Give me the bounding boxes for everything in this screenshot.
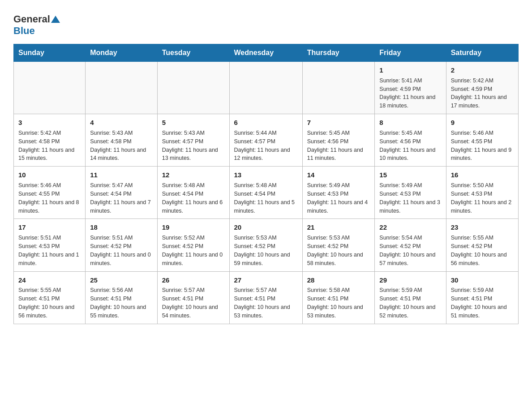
day-number: 3 xyxy=(18,118,81,128)
day-number: 16 xyxy=(451,170,514,180)
day-info: Sunrise: 5:58 AMSunset: 4:51 PMDaylight:… xyxy=(307,287,363,319)
calendar-cell: 11Sunrise: 5:47 AMSunset: 4:54 PMDayligh… xyxy=(86,167,157,219)
day-number: 24 xyxy=(18,275,81,285)
weekday-header-tuesday: Tuesday xyxy=(157,44,229,62)
day-number: 4 xyxy=(90,118,152,128)
day-number: 23 xyxy=(451,223,514,232)
calendar-cell: 14Sunrise: 5:49 AMSunset: 4:53 PMDayligh… xyxy=(302,167,375,219)
calendar-week-row: 17Sunrise: 5:51 AMSunset: 4:53 PMDayligh… xyxy=(14,219,519,271)
day-info: Sunrise: 5:43 AMSunset: 4:57 PMDaylight:… xyxy=(162,130,218,162)
day-number: 20 xyxy=(234,223,298,232)
day-info: Sunrise: 5:47 AMSunset: 4:54 PMDaylight:… xyxy=(90,182,151,214)
day-info: Sunrise: 5:46 AMSunset: 4:55 PMDaylight:… xyxy=(18,182,79,214)
day-number: 7 xyxy=(307,118,370,128)
calendar-cell xyxy=(86,62,157,114)
day-info: Sunrise: 5:45 AMSunset: 4:56 PMDaylight:… xyxy=(307,130,363,162)
calendar-cell: 19Sunrise: 5:52 AMSunset: 4:52 PMDayligh… xyxy=(157,219,229,271)
weekday-header-sunday: Sunday xyxy=(14,44,86,62)
logo-blue-text: Blue xyxy=(13,25,35,36)
weekday-header-wednesday: Wednesday xyxy=(229,44,302,62)
day-number: 8 xyxy=(379,118,441,128)
logo-general-text: General xyxy=(13,13,50,25)
calendar-body: 1Sunrise: 5:41 AMSunset: 4:59 PMDaylight… xyxy=(14,62,519,324)
calendar-cell: 7Sunrise: 5:45 AMSunset: 4:56 PMDaylight… xyxy=(302,114,375,167)
day-number: 18 xyxy=(90,223,152,232)
calendar-cell: 13Sunrise: 5:48 AMSunset: 4:54 PMDayligh… xyxy=(229,167,302,219)
calendar-cell xyxy=(229,62,302,114)
calendar-cell: 17Sunrise: 5:51 AMSunset: 4:53 PMDayligh… xyxy=(14,219,86,271)
day-number: 6 xyxy=(234,118,298,128)
weekday-header-monday: Monday xyxy=(86,44,157,62)
day-info: Sunrise: 5:43 AMSunset: 4:58 PMDaylight:… xyxy=(90,130,146,162)
calendar-cell: 30Sunrise: 5:59 AMSunset: 4:51 PMDayligh… xyxy=(446,271,518,324)
calendar-header: SundayMondayTuesdayWednesdayThursdayFrid… xyxy=(14,44,519,62)
calendar-week-row: 1Sunrise: 5:41 AMSunset: 4:59 PMDaylight… xyxy=(14,62,519,114)
calendar-cell: 5Sunrise: 5:43 AMSunset: 4:57 PMDaylight… xyxy=(157,114,229,167)
day-info: Sunrise: 5:53 AMSunset: 4:52 PMDaylight:… xyxy=(234,235,290,266)
calendar-cell xyxy=(14,62,86,114)
calendar-week-row: 10Sunrise: 5:46 AMSunset: 4:55 PMDayligh… xyxy=(14,167,519,219)
day-info: Sunrise: 5:54 AMSunset: 4:52 PMDaylight:… xyxy=(379,235,435,266)
calendar-cell: 10Sunrise: 5:46 AMSunset: 4:55 PMDayligh… xyxy=(14,167,86,219)
day-number: 26 xyxy=(162,275,225,285)
day-number: 14 xyxy=(307,170,370,180)
calendar-cell: 22Sunrise: 5:54 AMSunset: 4:52 PMDayligh… xyxy=(375,219,446,271)
day-number: 21 xyxy=(307,223,370,232)
calendar-cell xyxy=(302,62,375,114)
calendar-week-row: 3Sunrise: 5:42 AMSunset: 4:58 PMDaylight… xyxy=(14,114,519,167)
logo-triangle-icon xyxy=(51,16,60,23)
day-info: Sunrise: 5:46 AMSunset: 4:55 PMDaylight:… xyxy=(451,130,512,162)
day-number: 17 xyxy=(18,223,81,232)
day-number: 11 xyxy=(90,170,152,180)
day-info: Sunrise: 5:52 AMSunset: 4:52 PMDaylight:… xyxy=(162,235,223,266)
weekday-header-friday: Friday xyxy=(375,44,446,62)
day-number: 19 xyxy=(162,223,225,232)
calendar-cell: 3Sunrise: 5:42 AMSunset: 4:58 PMDaylight… xyxy=(14,114,86,167)
weekday-header-thursday: Thursday xyxy=(302,44,375,62)
calendar-cell: 21Sunrise: 5:53 AMSunset: 4:52 PMDayligh… xyxy=(302,219,375,271)
day-info: Sunrise: 5:57 AMSunset: 4:51 PMDaylight:… xyxy=(162,287,218,319)
calendar-cell: 29Sunrise: 5:59 AMSunset: 4:51 PMDayligh… xyxy=(375,271,446,324)
calendar-cell: 20Sunrise: 5:53 AMSunset: 4:52 PMDayligh… xyxy=(229,219,302,271)
calendar-cell xyxy=(157,62,229,114)
day-info: Sunrise: 5:45 AMSunset: 4:56 PMDaylight:… xyxy=(379,130,435,162)
calendar-cell: 4Sunrise: 5:43 AMSunset: 4:58 PMDaylight… xyxy=(86,114,157,167)
calendar-cell: 15Sunrise: 5:49 AMSunset: 4:53 PMDayligh… xyxy=(375,167,446,219)
logo: General Blue xyxy=(13,9,61,37)
page-header: General Blue xyxy=(13,9,519,37)
day-info: Sunrise: 5:56 AMSunset: 4:51 PMDaylight:… xyxy=(90,287,146,319)
day-info: Sunrise: 5:49 AMSunset: 4:53 PMDaylight:… xyxy=(379,182,440,214)
day-info: Sunrise: 5:44 AMSunset: 4:57 PMDaylight:… xyxy=(234,130,290,162)
calendar-cell: 8Sunrise: 5:45 AMSunset: 4:56 PMDaylight… xyxy=(375,114,446,167)
calendar-cell: 24Sunrise: 5:55 AMSunset: 4:51 PMDayligh… xyxy=(14,271,86,324)
day-info: Sunrise: 5:57 AMSunset: 4:51 PMDaylight:… xyxy=(234,287,290,319)
day-info: Sunrise: 5:48 AMSunset: 4:54 PMDaylight:… xyxy=(234,182,295,214)
calendar-cell: 12Sunrise: 5:48 AMSunset: 4:54 PMDayligh… xyxy=(157,167,229,219)
day-info: Sunrise: 5:53 AMSunset: 4:52 PMDaylight:… xyxy=(307,235,363,266)
day-number: 30 xyxy=(451,275,514,285)
day-number: 9 xyxy=(451,118,514,128)
day-number: 29 xyxy=(379,275,441,285)
calendar-cell: 25Sunrise: 5:56 AMSunset: 4:51 PMDayligh… xyxy=(86,271,157,324)
calendar-cell: 18Sunrise: 5:51 AMSunset: 4:52 PMDayligh… xyxy=(86,219,157,271)
day-number: 5 xyxy=(162,118,225,128)
day-number: 13 xyxy=(234,170,298,180)
day-info: Sunrise: 5:50 AMSunset: 4:53 PMDaylight:… xyxy=(451,182,512,214)
calendar-cell: 6Sunrise: 5:44 AMSunset: 4:57 PMDaylight… xyxy=(229,114,302,167)
day-info: Sunrise: 5:55 AMSunset: 4:51 PMDaylight:… xyxy=(18,287,74,319)
day-number: 12 xyxy=(162,170,225,180)
day-info: Sunrise: 5:51 AMSunset: 4:52 PMDaylight:… xyxy=(90,235,151,266)
calendar-cell: 26Sunrise: 5:57 AMSunset: 4:51 PMDayligh… xyxy=(157,271,229,324)
day-info: Sunrise: 5:49 AMSunset: 4:53 PMDaylight:… xyxy=(307,182,368,214)
calendar-table: SundayMondayTuesdayWednesdayThursdayFrid… xyxy=(13,44,519,324)
day-info: Sunrise: 5:59 AMSunset: 4:51 PMDaylight:… xyxy=(451,287,507,319)
calendar-cell: 28Sunrise: 5:58 AMSunset: 4:51 PMDayligh… xyxy=(302,271,375,324)
day-info: Sunrise: 5:41 AMSunset: 4:59 PMDaylight:… xyxy=(379,77,435,109)
day-number: 22 xyxy=(379,223,441,232)
day-info: Sunrise: 5:42 AMSunset: 4:58 PMDaylight:… xyxy=(18,130,74,162)
day-number: 25 xyxy=(90,275,152,285)
calendar-cell: 9Sunrise: 5:46 AMSunset: 4:55 PMDaylight… xyxy=(446,114,518,167)
day-number: 1 xyxy=(379,65,441,75)
day-number: 10 xyxy=(18,170,81,180)
day-number: 27 xyxy=(234,275,298,285)
